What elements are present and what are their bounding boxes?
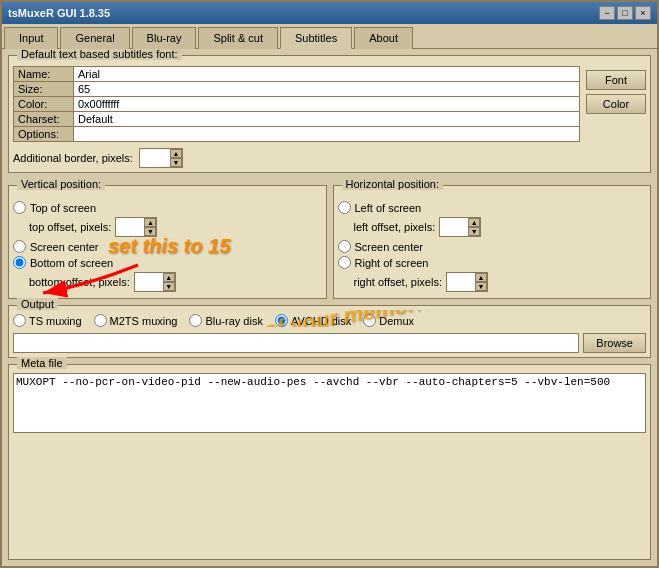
meta-file-textarea[interactable]	[13, 373, 646, 433]
color-label: Color:	[14, 97, 74, 112]
minimize-button[interactable]: −	[599, 6, 615, 20]
avchd-disk-option[interactable]: AVCHD disk	[275, 314, 351, 327]
ts-muxing-option[interactable]: TS muxing	[13, 314, 82, 327]
screen-center-radio[interactable]	[13, 240, 26, 253]
spinner-up[interactable]: ▲	[144, 218, 156, 227]
avchd-disk-label: AVCHD disk	[291, 315, 351, 327]
bottom-offset-input[interactable]: 24	[135, 275, 163, 289]
right-offset-spinner: 24 ▲ ▼	[446, 272, 488, 292]
tab-input[interactable]: Input	[4, 27, 58, 49]
left-of-screen-radio[interactable]	[338, 201, 351, 214]
additional-border-row: Additional border, pixels: 2 ▲ ▼	[13, 148, 646, 168]
right-of-screen-row: Right of screen	[338, 256, 647, 269]
table-row: Size: 65	[14, 82, 580, 97]
spinner-down[interactable]: ▼	[468, 227, 480, 236]
spinner-up[interactable]: ▲	[475, 273, 487, 282]
top-offset-spinner: 24 ▲ ▼	[115, 217, 157, 237]
bottom-offset-row: bottom offset, pixels: 24 ▲ ▼	[29, 272, 322, 292]
horizontal-position-group: Horizontal position: Left of screen left…	[333, 185, 652, 299]
charset-label: Charset:	[14, 112, 74, 127]
window-title: tsMuxeR GUI 1.8.35	[8, 7, 110, 19]
color-value: 0x00ffffff	[74, 97, 580, 112]
spinner-down[interactable]: ▼	[163, 282, 175, 291]
table-row: Charset: Default	[14, 112, 580, 127]
m2ts-muxing-radio[interactable]	[94, 314, 107, 327]
bottom-of-screen-radio[interactable]	[13, 256, 26, 269]
right-offset-row: right offset, pixels: 24 ▲ ▼	[354, 272, 647, 292]
name-value: Arial	[74, 67, 580, 82]
spinner-buttons: ▲ ▼	[163, 273, 175, 291]
name-label: Name:	[14, 67, 74, 82]
close-button[interactable]: ×	[635, 6, 651, 20]
browse-button[interactable]: Browse	[583, 333, 646, 353]
screen-center-label: Screen center	[30, 241, 98, 253]
main-content: Default text based subtitles font: Name:…	[2, 49, 657, 566]
tab-general[interactable]: General	[60, 27, 129, 49]
screen-center-row: Screen center	[13, 240, 322, 253]
right-of-screen-radio[interactable]	[338, 256, 351, 269]
demux-label: Demux	[379, 315, 414, 327]
spinner-up[interactable]: ▲	[163, 273, 175, 282]
demux-radio[interactable]	[363, 314, 376, 327]
font-section: Name: Arial Size: 65 Color: 0x00ffffff C…	[13, 60, 646, 142]
spinner-up[interactable]: ▲	[170, 149, 182, 158]
h-screen-center-radio[interactable]	[338, 240, 351, 253]
title-bar: tsMuxeR GUI 1.8.35 − □ ×	[2, 2, 657, 24]
top-of-screen-radio[interactable]	[13, 201, 26, 214]
spinner-buttons: ▲ ▼	[468, 218, 480, 236]
horizontal-position-title: Horizontal position:	[342, 178, 444, 190]
bottom-offset-spinner: 24 ▲ ▼	[134, 272, 176, 292]
spinner-down[interactable]: ▼	[170, 158, 182, 167]
spinner-down[interactable]: ▼	[144, 227, 156, 236]
avchd-disk-radio[interactable]	[275, 314, 288, 327]
window-controls: − □ ×	[599, 6, 651, 20]
demux-option[interactable]: Demux	[363, 314, 414, 327]
bottom-offset-label: bottom offset, pixels:	[29, 276, 130, 288]
m2ts-muxing-option[interactable]: M2TS muxing	[94, 314, 178, 327]
left-offset-input[interactable]: 24	[440, 220, 468, 234]
tab-subtitles[interactable]: Subtitles	[280, 27, 352, 49]
bottom-of-screen-label: Bottom of screen	[30, 257, 113, 269]
output-file-input[interactable]	[13, 333, 579, 353]
tab-bar: Input General Blu-ray Split & cut Subtit…	[2, 24, 657, 49]
ts-muxing-label: TS muxing	[29, 315, 82, 327]
meta-file-title: Meta file	[17, 357, 67, 369]
top-offset-label: top offset, pixels:	[29, 221, 111, 233]
bluray-disk-option[interactable]: Blu-ray disk	[189, 314, 262, 327]
spinner-up[interactable]: ▲	[468, 218, 480, 227]
output-group: Output Protect more of your memories for…	[8, 305, 651, 358]
ts-muxing-radio[interactable]	[13, 314, 26, 327]
top-of-screen-label: Top of screen	[30, 202, 96, 214]
output-file-row: Browse	[13, 333, 646, 353]
left-offset-row: left offset, pixels: 24 ▲ ▼	[354, 217, 647, 237]
size-value: 65	[74, 82, 580, 97]
right-of-screen-label: Right of screen	[355, 257, 429, 269]
vertical-position-title: Vertical position:	[17, 178, 105, 190]
tab-about[interactable]: About	[354, 27, 413, 49]
font-button[interactable]: Font	[586, 70, 646, 90]
top-offset-input[interactable]: 24	[116, 220, 144, 234]
left-offset-spinner: 24 ▲ ▼	[439, 217, 481, 237]
spinner-buttons: ▲ ▼	[144, 218, 156, 236]
vertical-position-group: Vertical position: Top of screen top off…	[8, 185, 327, 299]
bluray-disk-radio[interactable]	[189, 314, 202, 327]
tab-splitcut[interactable]: Split & cut	[198, 27, 278, 49]
spinner-down[interactable]: ▼	[475, 282, 487, 291]
spinner-buttons: ▲ ▼	[475, 273, 487, 291]
options-label: Options:	[14, 127, 74, 142]
top-offset-row: top offset, pixels: 24 ▲ ▼	[29, 217, 322, 237]
additional-border-input[interactable]: 2	[140, 151, 170, 165]
table-row: Options:	[14, 127, 580, 142]
output-radios: TS muxing M2TS muxing Blu-ray disk AVCHD…	[13, 310, 646, 327]
right-offset-input[interactable]: 24	[447, 275, 475, 289]
font-buttons: Font Color	[586, 66, 646, 142]
additional-border-label: Additional border, pixels:	[13, 152, 133, 164]
main-window: tsMuxeR GUI 1.8.35 − □ × Input General B…	[0, 0, 659, 568]
output-title: Output	[17, 298, 58, 310]
font-group: Default text based subtitles font: Name:…	[8, 55, 651, 173]
tab-bluray[interactable]: Blu-ray	[132, 27, 197, 49]
color-button[interactable]: Color	[586, 94, 646, 114]
left-of-screen-row: Left of screen	[338, 201, 647, 214]
maximize-button[interactable]: □	[617, 6, 633, 20]
left-offset-label: left offset, pixels:	[354, 221, 436, 233]
